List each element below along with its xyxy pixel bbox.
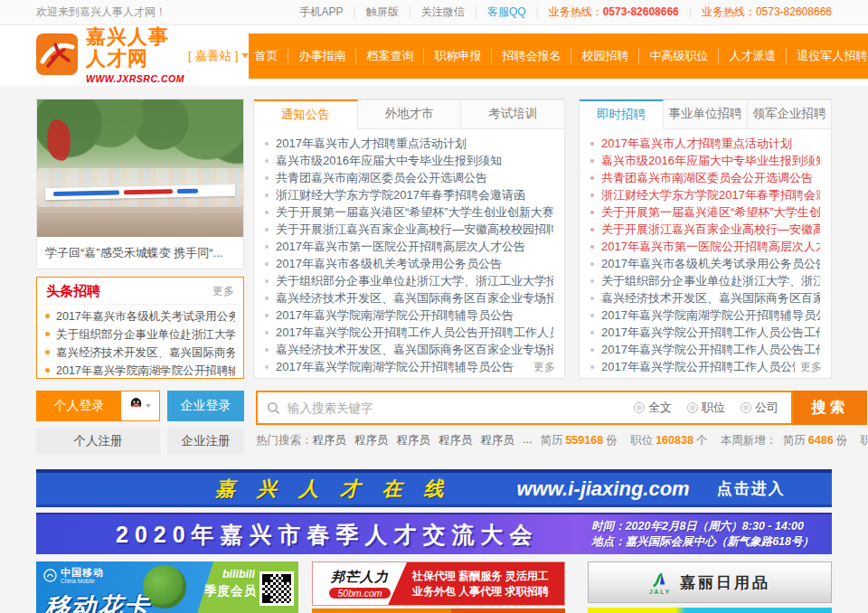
hot-search-term[interactable]: ...: [523, 433, 532, 448]
notice-item[interactable]: 关于开展第一届嘉兴港区“希望杯”大学生创业创新大赛的通知: [265, 203, 553, 221]
nav-item[interactable]: 首页: [254, 48, 278, 64]
headline-recruit-box: 头条招聘 更多 2017年嘉兴市各级机关考试录用公务...关于组织部分企事业单位…: [36, 277, 244, 379]
notice-item[interactable]: 2017年嘉兴学院公开招聘工作人员公告开招聘工作人员公告开...: [265, 324, 553, 341]
ad-bangmang-name: 邦芒人力: [331, 569, 389, 586]
notice-box: 通知公告 外地才市 考试培训 2017年嘉兴市人才招聘重点活动计划嘉兴市级201…: [253, 99, 565, 379]
tab-public-institution-jobs[interactable]: 事业单位招聘: [664, 99, 747, 128]
nav-item[interactable]: 办事指南: [288, 48, 345, 64]
notice-item[interactable]: 关于开展浙江嘉兴百家企业高校行—安徽高校校园招聘活动的通...: [265, 221, 553, 238]
headline-list: 2017年嘉兴市各级机关考试录用公务...关于组织部分企事业单位赴浙江大学...…: [37, 305, 243, 379]
news-photo-card[interactable]: 学子回“嘉”感受禾城蝶变 携手同“...: [36, 99, 244, 269]
nav-item[interactable]: 人才派遣: [718, 48, 776, 64]
photo-caption[interactable]: 学子回“嘉”感受禾城蝶变 携手同“...: [37, 237, 243, 269]
hotline-secondary: 业务热线：0573-82608666: [679, 5, 832, 20]
company-register-button[interactable]: 企业注册: [167, 428, 244, 455]
topbar-link[interactable]: 触屏版: [344, 5, 399, 20]
news-photo[interactable]: [37, 99, 243, 237]
search-button[interactable]: 搜索: [793, 391, 867, 425]
hot-search-term[interactable]: 程序员: [354, 433, 389, 448]
notice-item[interactable]: 嘉兴经济技术开发区、嘉兴国际商务区百家企业专场招聘会公告: [265, 289, 553, 306]
qq-login-dropdown[interactable]: [121, 391, 159, 420]
job-item[interactable]: 2017年嘉兴学院南湖学院公开招聘辅导员公告: [590, 306, 820, 324]
notice-more-link[interactable]: 更多: [528, 360, 555, 375]
hotline-primary: 业务热线：0573-82608666: [526, 5, 679, 20]
site-logo[interactable]: 嘉兴人事人才网 WWW.JXRSRC.COM [ 嘉善站 ]: [36, 26, 249, 86]
site-name: 嘉兴人事人才网: [86, 26, 184, 70]
tab-leading-company-jobs[interactable]: 领军企业招聘: [747, 99, 831, 128]
site-url: WWW.JXRSRC.COM: [86, 73, 184, 84]
tab-exam-training[interactable]: 考试培训: [460, 99, 564, 128]
nav-item[interactable]: 退役军人招聘: [786, 48, 867, 64]
notice-item[interactable]: 共青团嘉兴市南湖区委员会公开选调公告: [265, 169, 553, 186]
notice-item[interactable]: 关于组织部分企事业单位赴浙江大学、浙江工业大学招聘人才的...: [265, 272, 553, 289]
banner-jiaxing-talent-online[interactable]: 嘉 兴 人 才 在 线 www.i-jiaxing.com 点击进入: [36, 469, 832, 507]
radio-icon: [634, 402, 645, 413]
hot-search-term[interactable]: 程序员: [481, 433, 515, 448]
search-scope-radio[interactable]: 职位: [687, 400, 725, 416]
job-item[interactable]: 共青团嘉兴市南湖区委员会公开选调公告: [590, 169, 820, 186]
ad-bangmang-site: 50bm.com: [329, 588, 390, 599]
job-item[interactable]: 嘉兴经济技术开发区、嘉兴国际商务区百家企业专...: [590, 289, 820, 306]
job-item[interactable]: 2017年嘉兴市各级机关考试录用公务员公告: [590, 255, 820, 272]
tab-outside-market[interactable]: 外地才市: [358, 99, 461, 128]
notice-item[interactable]: 浙江财经大学东方学院2017年春季招聘会邀请函: [265, 186, 553, 203]
hot-search-term[interactable]: 程序员: [397, 433, 431, 448]
job-item[interactable]: 关于组织部分企事业单位赴浙江大学、浙江工业大...: [590, 272, 820, 289]
jobs-box: 即时招聘 事业单位招聘 领军企业招聘 2017年嘉兴市人才招聘重点活动计划嘉兴市…: [579, 99, 832, 379]
ad-mobile-title: 移动花卡: [45, 590, 150, 613]
notice-item[interactable]: 2017年嘉兴市各级机关考试录用公务员公告: [265, 255, 553, 272]
topbar-link[interactable]: 手机APP: [300, 5, 344, 20]
personal-login-button[interactable]: 个人登录: [37, 391, 121, 420]
ad-china-mobile[interactable]: 中国移动China Mobile 移动花卡 bilibili 季度会员: [36, 561, 298, 613]
station-selector[interactable]: [ 嘉善站 ]: [188, 48, 250, 64]
welcome-text: 欢迎来到嘉兴人事人才网！: [36, 5, 166, 20]
hot-search-term[interactable]: 程序员: [439, 433, 473, 448]
hot-search-term[interactable]: 程序员: [313, 433, 347, 448]
headline-item[interactable]: 2017年嘉兴学院南湖学院公开招聘辅...: [45, 362, 235, 379]
nav-item[interactable]: 职称申报: [423, 48, 481, 64]
notice-item[interactable]: 2017年嘉兴学院南湖学院公开招聘辅导员公告: [265, 306, 553, 324]
tab-instant-jobs[interactable]: 即时招聘: [580, 99, 664, 129]
jobs-more-link[interactable]: 更多: [795, 360, 822, 375]
search-scope-radio[interactable]: 全文: [634, 400, 672, 416]
headline-item[interactable]: 2017年嘉兴市各级机关考试录用公务...: [45, 307, 235, 325]
notice-item[interactable]: 2017年嘉兴市第一医院公开招聘高层次人才公告: [265, 238, 553, 255]
headline-item[interactable]: 嘉兴经济技术开发区、嘉兴国际商务...: [45, 344, 235, 362]
job-item[interactable]: 2017年嘉兴市人才招聘重点活动计划: [590, 135, 820, 152]
job-item[interactable]: 关于开展第一届嘉兴港区“希望杯”大学生创业创...: [590, 203, 820, 221]
job-item[interactable]: 嘉兴市级2016年应届大中专毕业生报到须知: [590, 152, 820, 169]
nav-item[interactable]: 档案查询: [355, 48, 413, 64]
notice-item[interactable]: 嘉兴市级2016年应届大中专毕业生报到须知: [265, 152, 553, 169]
job-item[interactable]: 2017年嘉兴学院公开招聘工作人员公告工作...: [590, 358, 820, 375]
nav-item[interactable]: 中高级职位: [638, 48, 708, 64]
job-item[interactable]: 2017年嘉兴市第一医院公开招聘高层次人才公告: [590, 238, 820, 255]
tab-notice[interactable]: 通知公告: [254, 99, 358, 129]
job-item[interactable]: 2017年嘉兴学院公开招聘工作人员公告工作人员...: [590, 324, 820, 341]
job-item[interactable]: 关于开展浙江嘉兴百家企业高校行—安徽高校校园...: [590, 221, 820, 238]
nav-item[interactable]: 招聘会报名: [491, 48, 561, 64]
login-panel: 个人登录 企业登录 个人注册 企业注册: [36, 391, 244, 455]
headline-item[interactable]: 关于组织部分企事业单位赴浙江大学...: [45, 325, 235, 344]
ad-bangmang-hr[interactable]: 邦芒人力 50bm.com 社保代理 薪酬服务 灵活用工 业务外包 人事代理 求…: [312, 561, 565, 613]
qq-service-link[interactable]: 客服QQ: [465, 5, 526, 20]
headline-more-link[interactable]: 更多: [212, 284, 234, 299]
notice-item[interactable]: 嘉兴经济技术开发区、嘉兴国际商务区百家企业专场招聘会公告: [265, 341, 553, 358]
ad-partner: bilibili: [222, 568, 255, 580]
company-login-button[interactable]: 企业登录: [167, 391, 244, 421]
main-nav: 首页办事指南档案查询职称申报招聘会报名校园招聘中高级职位人才派遣退役军人招聘: [249, 33, 868, 79]
job-item[interactable]: 浙江财经大学东方学院2017年春季招聘会邀请函: [590, 186, 820, 203]
job-item[interactable]: 2017年嘉兴学院公开招聘工作人员公告工作人员...: [590, 341, 820, 358]
ad-jialy[interactable]: JALY 嘉丽日用品: [588, 561, 832, 613]
fair-title: 2020年嘉兴市春季人才交流大会: [116, 520, 539, 550]
search-scope-radio[interactable]: 公司: [741, 400, 778, 416]
personal-register-button[interactable]: 个人注册: [36, 428, 160, 455]
nav-item[interactable]: 校园招聘: [571, 48, 628, 64]
chevron-down-icon: [146, 404, 151, 408]
topbar-links: 手机APP触屏版关注微信: [300, 5, 465, 20]
topbar-link[interactable]: 关注微信: [399, 5, 465, 20]
notice-item[interactable]: 2017年嘉兴学院南湖学院公开招聘辅导员公告: [265, 358, 553, 375]
search-input[interactable]: [288, 401, 618, 415]
banner-job-fair-2020[interactable]: 2020年嘉兴市春季人才交流大会 时间：2020年2月8日（周六）8:30 - …: [36, 513, 832, 554]
banner-title: 嘉 兴 人 才 在 线: [215, 476, 452, 503]
notice-item[interactable]: 2017年嘉兴市人才招聘重点活动计划: [265, 135, 553, 152]
